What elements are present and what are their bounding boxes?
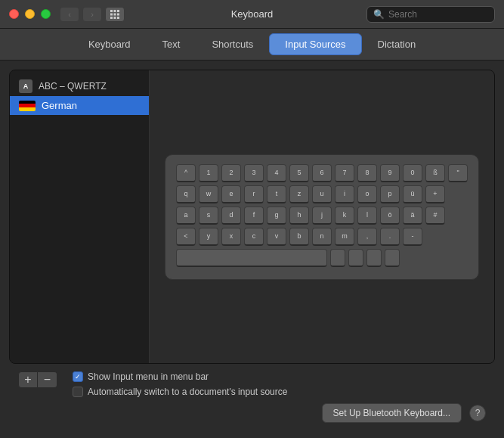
show-input-menu-label: Show Input menu in menu bar <box>88 371 209 382</box>
key-m: m <box>335 228 354 246</box>
key-4: 4 <box>267 164 286 182</box>
key-w: w <box>199 185 218 203</box>
sidebar-item-german[interactable]: German <box>10 96 149 115</box>
minimize-button[interactable] <box>25 9 35 19</box>
key-row-4: < y x c v b n m , . - <box>176 228 468 246</box>
key-6: 6 <box>312 164 332 182</box>
key-row-3: a s d f g h j k l ö ä # <box>176 207 468 225</box>
add-button[interactable]: + <box>18 371 38 388</box>
sidebar-group-label: ABC – QWERTZ <box>39 81 107 92</box>
search-box: 🔍 <box>366 6 495 23</box>
svg-rect-2 <box>117 10 119 12</box>
abc-icon: A <box>19 79 32 93</box>
key-comma: , <box>357 228 377 246</box>
key-ue: ü <box>403 185 422 203</box>
key-i: i <box>335 185 354 203</box>
svg-rect-0 <box>110 10 113 12</box>
tab-input-sources[interactable]: Input Sources <box>269 33 361 55</box>
key-8: 8 <box>357 164 377 182</box>
auto-switch-label: Automatically switch to a document's inp… <box>88 387 287 397</box>
key-g: g <box>267 207 286 225</box>
key-fn3 <box>366 249 382 267</box>
keyboard-preview-area: ^ 1 2 3 4 5 6 7 8 9 0 ß " q w e <box>150 70 494 363</box>
key-1: 1 <box>199 164 218 182</box>
svg-rect-7 <box>114 17 116 19</box>
checkbox-row-show-menu[interactable]: Show Input menu in menu bar <box>73 371 287 382</box>
key-3: 3 <box>244 164 264 182</box>
key-u: u <box>312 185 332 203</box>
key-period: . <box>380 228 400 246</box>
grid-button[interactable] <box>105 7 125 22</box>
svg-rect-6 <box>110 17 113 19</box>
svg-rect-3 <box>110 13 113 15</box>
checkboxes: Show Input menu in menu bar Automaticall… <box>73 371 287 397</box>
key-quote: " <box>448 164 468 182</box>
add-remove-buttons: + − <box>18 371 57 388</box>
search-input[interactable] <box>388 9 487 20</box>
key-t: t <box>267 185 286 203</box>
key-r: r <box>244 185 264 203</box>
remove-button[interactable]: − <box>38 371 57 388</box>
bottom-controls: + − Show Input menu in menu bar Automati… <box>9 364 495 397</box>
key-plus: + <box>425 185 445 203</box>
key-ss: ß <box>425 164 445 182</box>
key-d: d <box>221 207 241 225</box>
key-caret: ^ <box>176 164 196 182</box>
svg-rect-1 <box>114 10 116 12</box>
checkbox-row-auto-switch[interactable]: Automatically switch to a document's inp… <box>73 387 287 397</box>
key-l: l <box>357 207 377 225</box>
sidebar-item-label: German <box>42 100 77 111</box>
tab-keyboard[interactable]: Keyboard <box>73 33 147 55</box>
help-button[interactable]: ? <box>469 405 486 421</box>
close-button[interactable] <box>9 9 19 19</box>
key-ae: ä <box>403 207 422 225</box>
key-fn1 <box>330 249 345 267</box>
tab-dictation[interactable]: Dictation <box>362 33 432 55</box>
key-s: s <box>199 207 218 225</box>
key-e: e <box>221 185 241 203</box>
maximize-button[interactable] <box>41 9 51 19</box>
key-j: j <box>312 207 332 225</box>
window-title: Keyboard <box>231 8 274 20</box>
key-k: k <box>335 207 354 225</box>
tabbar: Keyboard Text Shortcuts Input Sources Di… <box>0 29 504 61</box>
key-x: x <box>221 228 241 246</box>
key-v: v <box>267 228 286 246</box>
key-lt: < <box>176 228 196 246</box>
keyboard-visual: ^ 1 2 3 4 5 6 7 8 9 0 ß " q w e <box>165 154 479 280</box>
content-area: A ABC – QWERTZ German ^ 1 2 3 <box>0 61 504 438</box>
traffic-lights <box>9 9 51 19</box>
svg-rect-5 <box>117 13 119 15</box>
search-icon: 🔍 <box>373 9 385 20</box>
key-p: p <box>380 185 400 203</box>
key-oe: ö <box>380 207 400 225</box>
tab-text[interactable]: Text <box>147 33 196 55</box>
key-5: 5 <box>289 164 309 182</box>
nav-buttons: ‹ › <box>60 7 102 22</box>
auto-switch-checkbox[interactable] <box>73 387 83 397</box>
key-o: o <box>357 185 377 203</box>
key-f: f <box>244 207 264 225</box>
key-2: 2 <box>221 164 241 182</box>
tab-shortcuts[interactable]: Shortcuts <box>196 33 269 55</box>
key-7: 7 <box>335 164 354 182</box>
back-button[interactable]: ‹ <box>60 7 79 22</box>
key-0: 0 <box>403 164 422 182</box>
titlebar: ‹ › Keyboard 🔍 <box>0 0 504 29</box>
key-row-1: ^ 1 2 3 4 5 6 7 8 9 0 ß " <box>176 164 468 182</box>
key-b: b <box>289 228 309 246</box>
key-hash: # <box>425 207 445 225</box>
key-fn4 <box>385 249 400 267</box>
key-9: 9 <box>380 164 400 182</box>
key-dash: - <box>403 228 422 246</box>
key-h: h <box>289 207 309 225</box>
forward-button[interactable]: › <box>82 7 102 22</box>
sidebar: A ABC – QWERTZ German <box>10 70 150 363</box>
key-n: n <box>312 228 332 246</box>
key-row-2: q w e r t z u i o p ü + <box>176 185 468 203</box>
show-input-menu-checkbox[interactable] <box>73 371 83 382</box>
key-fn2 <box>348 249 363 267</box>
bluetooth-keyboard-button[interactable]: Set Up Bluetooth Keyboard... <box>322 403 462 423</box>
key-space <box>176 249 327 267</box>
svg-rect-8 <box>117 17 119 19</box>
